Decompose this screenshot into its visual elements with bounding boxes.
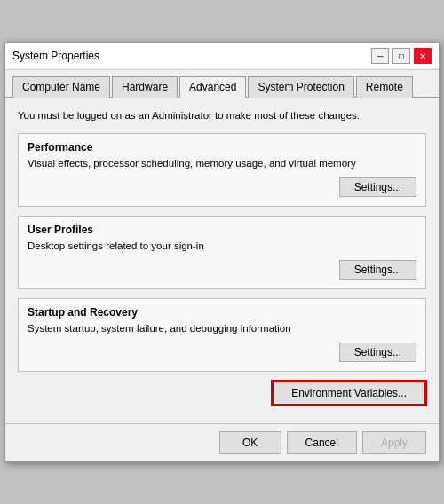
minimize-button[interactable]: ─ (371, 48, 389, 64)
performance-desc: Visual effects, processor scheduling, me… (28, 157, 416, 170)
tab-advanced[interactable]: Advanced (179, 76, 246, 98)
user-profiles-desc: Desktop settings related to your sign-in (28, 240, 416, 253)
apply-button[interactable]: Apply (362, 431, 426, 454)
performance-settings-button[interactable]: Settings... (339, 177, 416, 197)
admin-notice: You must be logged on as an Administrato… (18, 108, 426, 122)
tab-computer-name[interactable]: Computer Name (12, 76, 110, 98)
tab-bar: Computer Name Hardware Advanced System P… (5, 70, 439, 98)
window-title: System Properties (12, 50, 99, 62)
user-profiles-settings-button[interactable]: Settings... (339, 260, 416, 280)
performance-btn-row: Settings... (28, 177, 416, 197)
close-button[interactable]: ✕ (414, 48, 432, 64)
ok-button[interactable]: OK (219, 431, 281, 454)
startup-recovery-section: Startup and Recovery System startup, sys… (18, 298, 426, 372)
env-btn-row: Environment Variables... (18, 381, 426, 406)
tab-content: You must be logged on as an Administrato… (5, 98, 439, 423)
startup-recovery-btn-row: Settings... (28, 343, 416, 362)
user-profiles-section: User Profiles Desktop settings related t… (18, 216, 426, 289)
user-profiles-title: User Profiles (28, 224, 416, 236)
cancel-button[interactable]: Cancel (287, 431, 357, 454)
performance-section: Performance Visual effects, processor sc… (18, 133, 426, 207)
window-controls: ─ □ ✕ (371, 48, 432, 64)
startup-recovery-settings-button[interactable]: Settings... (339, 343, 416, 362)
startup-recovery-desc: System startup, system failure, and debu… (28, 322, 416, 335)
maximize-button[interactable]: □ (392, 48, 410, 64)
performance-title: Performance (28, 141, 416, 154)
tab-remote[interactable]: Remote (356, 76, 413, 98)
tab-hardware[interactable]: Hardware (112, 76, 178, 98)
user-profiles-btn-row: Settings... (28, 260, 416, 280)
system-properties-window: System Properties ─ □ ✕ Computer Name Ha… (4, 42, 440, 462)
startup-recovery-title: Startup and Recovery (28, 306, 416, 319)
tab-system-protection[interactable]: System Protection (248, 76, 353, 98)
environment-variables-button[interactable]: Environment Variables... (272, 381, 426, 406)
title-bar: System Properties ─ □ ✕ (5, 43, 439, 70)
bottom-bar: OK Cancel Apply (5, 423, 439, 461)
